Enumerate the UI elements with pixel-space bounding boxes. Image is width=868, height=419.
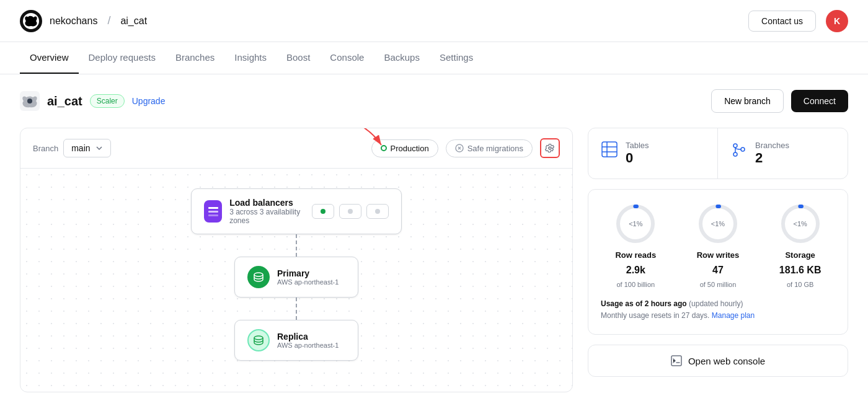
header-right: Contact us K (748, 10, 848, 32)
svg-point-16 (741, 148, 745, 151)
diagram-area: Load balancers 3 across 3 availability z… (20, 169, 572, 392)
svg-rect-6 (208, 211, 218, 213)
lb-btn-2[interactable] (339, 204, 361, 219)
load-balancer-text: Load balancers 3 across 3 availability z… (229, 198, 304, 225)
lb-buttons (312, 204, 389, 219)
load-balancer-node: Load balancers 3 across 3 availability z… (191, 188, 402, 234)
svg-point-8 (254, 273, 263, 276)
svg-rect-23 (671, 356, 681, 366)
branch-actions: Production Safe migrations (371, 138, 560, 158)
branch-panel: ここを押下する Branch main (20, 128, 573, 392)
scaler-badge: Scaler (90, 94, 125, 108)
storage-pct: <1% (793, 220, 807, 227)
branches-stat: Branches 2 (718, 128, 848, 179)
branches-info: Branches 2 (755, 141, 789, 166)
main-nav: Overview Deploy requests Branches Insigh… (0, 42, 868, 74)
breadcrumb-separator: / (107, 14, 110, 27)
nav-insights[interactable]: Insights (224, 42, 277, 74)
replica-icon (247, 329, 270, 351)
x-circle-icon (455, 144, 464, 152)
svg-point-2 (27, 99, 32, 104)
row-reads-pct: <1% (629, 220, 642, 227)
project-header: ai_cat Scaler Upgrade New branch Connect (20, 89, 848, 113)
row-reads-usage: <1% Row reads 2.9k of 100 billion (601, 202, 671, 288)
upgrade-link[interactable]: Upgrade (132, 96, 166, 106)
contact-us-button[interactable]: Contact us (748, 11, 816, 32)
new-branch-button[interactable]: New branch (711, 89, 784, 113)
avatar[interactable]: K (826, 10, 848, 32)
row-writes-pct: <1% (711, 220, 725, 227)
lb-btn-1[interactable] (312, 204, 334, 219)
branch-toolbar: Branch main Production Safe migrations (20, 128, 572, 169)
project-title: ai_cat Scaler Upgrade (20, 91, 165, 111)
header: nekochans / ai_cat Contact us K (0, 0, 868, 42)
svg-rect-7 (208, 214, 218, 216)
nav-overview[interactable]: Overview (20, 42, 79, 74)
manage-plan-link[interactable]: Manage plan (712, 311, 755, 320)
nav-deploy-requests[interactable]: Deploy requests (79, 42, 166, 74)
connect-button[interactable]: Connect (791, 90, 848, 112)
connector-2 (296, 298, 297, 320)
storage-circle: <1% (779, 202, 822, 245)
project-actions: New branch Connect (711, 89, 848, 113)
lb-btn-3[interactable] (366, 204, 389, 219)
header-left: nekochans / ai_cat (20, 10, 147, 32)
svg-point-15 (733, 152, 737, 156)
branch-label: Branch (33, 144, 58, 153)
usage-grid: <1% Row reads 2.9k of 100 billion (601, 202, 835, 288)
org-name: nekochans (50, 15, 97, 27)
branches-icon (730, 141, 748, 158)
replica-text: Replica AWS ap-northeast-1 (277, 332, 339, 349)
svg-point-9 (254, 336, 263, 340)
nav-settings[interactable]: Settings (430, 42, 483, 74)
branch-selector: Branch main (33, 139, 111, 157)
safe-migrations-badge[interactable]: Safe migrations (446, 139, 533, 157)
storage-usage: <1% Storage 181.6 KB of 10 GB (765, 202, 835, 288)
open-web-console-button[interactable]: Open web console (588, 345, 848, 377)
content-grid: ここを押下する Branch main (20, 128, 848, 392)
gear-icon (545, 143, 555, 153)
load-balancer-icon (204, 200, 222, 223)
usage-panel: <1% Row reads 2.9k of 100 billion (588, 189, 848, 335)
svg-rect-5 (208, 207, 218, 209)
right-panel: Tables 0 Branches 2 (588, 128, 848, 392)
logo-icon (20, 10, 42, 32)
production-dot (381, 145, 387, 151)
production-badge[interactable]: Production (371, 139, 438, 157)
main-content: ai_cat Scaler Upgrade New branch Connect… (0, 74, 868, 407)
nav-console[interactable]: Console (320, 42, 374, 74)
project-name-main: ai_cat (47, 94, 82, 108)
row-writes-circle: <1% (696, 202, 740, 245)
row-writes-usage: <1% Row writes 47 of 50 million (683, 202, 753, 288)
nav-branches[interactable]: Branches (166, 42, 224, 74)
planetscale-icon (20, 91, 40, 111)
primary-text: Primary AWS ap-northeast-1 (277, 268, 339, 286)
branch-select-dropdown[interactable]: main (63, 139, 110, 157)
usage-footer: Usage as of 2 hours ago (updated hourly)… (601, 298, 835, 322)
replica-node: Replica AWS ap-northeast-1 (234, 320, 358, 361)
row-reads-circle: <1% (614, 202, 657, 245)
connector-1 (296, 234, 297, 257)
primary-node: Primary AWS ap-northeast-1 (234, 257, 358, 298)
console-icon (671, 355, 682, 366)
stats-grid: Tables 0 Branches 2 (588, 128, 848, 179)
svg-rect-10 (602, 142, 617, 157)
svg-point-14 (733, 144, 737, 148)
tables-stat: Tables 0 (588, 128, 718, 179)
tables-icon (601, 141, 618, 158)
primary-icon (247, 266, 270, 288)
settings-gear-button[interactable] (540, 138, 560, 158)
nav-backups[interactable]: Backups (374, 42, 430, 74)
chevron-down-icon (95, 144, 103, 152)
project-name-header: ai_cat (120, 15, 147, 27)
tables-info: Tables 0 (626, 141, 649, 166)
nav-boost[interactable]: Boost (277, 42, 320, 74)
